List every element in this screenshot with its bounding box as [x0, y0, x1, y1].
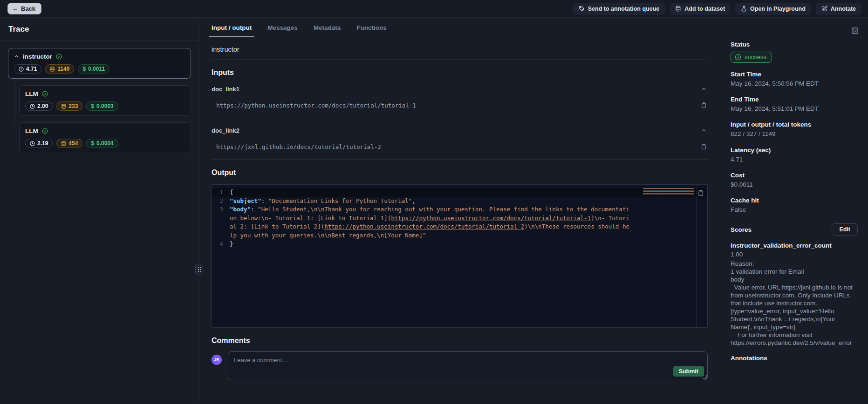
cost-badge: $ 0.0011	[78, 64, 109, 74]
collapse-input-button[interactable]	[700, 85, 708, 93]
input-value: https://python.useinstructor.com/docs/tu…	[212, 102, 416, 109]
tokens-group: Input / output / total tokens 822 / 327 …	[731, 121, 858, 138]
tab-input-output[interactable]: Input / output	[212, 24, 252, 37]
cost-value: $0.0011	[731, 181, 858, 189]
code-lines: 1{2"subject": "Documentation Links for P…	[212, 188, 707, 249]
avatar: JB	[212, 355, 222, 365]
trace-item-label: instructor	[23, 53, 52, 60]
dollar-icon: $	[91, 103, 94, 109]
annotations-group: Annotations	[731, 355, 858, 362]
open-in-playground-button[interactable]: Open in Playground	[735, 3, 811, 15]
run-details-panel: Status success Start Time May 16, 2024, …	[720, 18, 868, 404]
edit-icon	[821, 6, 827, 12]
tag-icon	[579, 6, 585, 12]
success-check-icon	[735, 54, 741, 61]
trace-item-instructor[interactable]: instructor 4.71 1149 $ 0.0011	[8, 48, 191, 79]
trace-item-llm-1[interactable]: LLM 2.00 233 $ 0.0003	[19, 85, 191, 116]
collapse-panel-icon[interactable]	[850, 26, 860, 35]
cost-label: Cost	[731, 172, 858, 179]
copy-icon[interactable]	[700, 142, 708, 151]
resize-grip[interactable]	[703, 375, 707, 379]
input-name: doc_link1	[212, 86, 239, 93]
success-check-icon	[42, 128, 48, 134]
status-badge: success	[731, 52, 772, 63]
annotate-label: Annotate	[831, 6, 856, 12]
send-to-annotation-queue-label: Send to annotation queue	[588, 6, 659, 12]
back-button[interactable]: ← Back	[7, 3, 41, 14]
output-heading: Output	[212, 168, 708, 177]
end-time-value: May 16, 2024, 5:51:01 PM EDT	[731, 105, 858, 113]
minimap-divider	[697, 185, 697, 327]
latency-group: Latency (sec) 4.71	[731, 147, 858, 164]
submit-comment-button[interactable]: Submit	[673, 366, 704, 377]
tab-functions[interactable]: Functions	[356, 24, 387, 37]
tokens-badge: 233	[56, 101, 82, 111]
send-to-annotation-queue-button[interactable]: Send to annotation queue	[573, 3, 665, 15]
dollar-icon: $	[91, 140, 94, 147]
input-value: https://jxnl.github.io/docs/tutorial/tut…	[212, 143, 381, 150]
input-row-doc-link2: doc_link2 https://jxnl.github.io/docs/tu…	[212, 127, 708, 160]
chevron-up-icon	[701, 86, 707, 92]
latency-label: Latency (sec)	[731, 147, 858, 154]
arrow-left-icon: ←	[12, 5, 18, 12]
success-check-icon	[42, 91, 48, 97]
tokens-db-icon	[61, 141, 66, 146]
tokens-db-icon	[50, 67, 55, 72]
scores-label: Scores	[731, 226, 752, 233]
cost-badge: $ 0.0004	[86, 139, 118, 148]
database-icon	[675, 6, 681, 12]
top-bar: ← Back Send to annotation queue Add to d…	[0, 0, 868, 18]
clock-icon	[30, 104, 35, 109]
annotate-button[interactable]: Annotate	[816, 3, 861, 15]
comment-input[interactable]	[228, 352, 707, 380]
success-check-icon	[56, 54, 62, 60]
comment-box: Submit	[228, 351, 708, 380]
trace-panel-title: Trace	[0, 18, 199, 40]
start-time-group: Start Time May 16, 2024, 5:50:56 PM EDT	[731, 71, 858, 88]
copy-icon[interactable]	[700, 101, 708, 109]
flask-icon	[741, 6, 747, 12]
tab-metadata[interactable]: Metadata	[314, 24, 341, 37]
clock-icon	[30, 141, 35, 146]
main-panel: Input / output Messages Metadata Functio…	[199, 18, 720, 404]
status-label: Status	[731, 41, 858, 48]
latency-badge: 4.71	[14, 64, 41, 74]
line-number: 2	[212, 197, 230, 206]
start-time-label: Start Time	[731, 71, 858, 78]
code-line: 3"body": "Hello Student,\n\nThank you fo…	[212, 205, 707, 240]
grip-icon	[198, 267, 201, 272]
cost-group: Cost $0.0011	[731, 172, 858, 189]
trace-item-llm-2[interactable]: LLM 2.19 454 $ 0.0004	[19, 122, 191, 153]
add-to-dataset-button[interactable]: Add to dataset	[670, 3, 731, 15]
start-time-value: May 16, 2024, 5:50:56 PM EDT	[731, 80, 858, 88]
copy-output-icon[interactable]	[697, 189, 705, 197]
trace-children: LLM 2.00 233 $ 0.0003	[19, 85, 191, 153]
trace-tree: instructor 4.71 1149 $ 0.0011	[0, 40, 199, 167]
tokens-db-icon	[61, 104, 66, 109]
cache-hit-value: False	[731, 206, 858, 214]
trace-item-label: LLM	[25, 128, 38, 135]
panel-resize-handle[interactable]	[195, 264, 203, 275]
score-value: 1.00	[731, 250, 858, 258]
back-label: Back	[21, 5, 35, 12]
chevron-up-icon[interactable]	[14, 54, 19, 59]
inputs-heading: Inputs	[212, 68, 708, 77]
add-to-dataset-label: Add to dataset	[684, 6, 725, 12]
edit-scores-button[interactable]: Edit	[832, 223, 858, 236]
annotations-label: Annotations	[731, 355, 858, 362]
topbar-actions: Send to annotation queue Add to dataset …	[573, 3, 861, 15]
latency-badge: 2.00	[25, 101, 53, 111]
editor-minimap[interactable]	[643, 188, 694, 195]
cache-hit-label: Cache hit	[731, 197, 858, 204]
dollar-icon: $	[82, 66, 86, 72]
collapse-input-button[interactable]	[700, 127, 708, 135]
input-name: doc_link2	[212, 127, 239, 134]
comment-area: JB Submit	[212, 351, 708, 380]
clock-icon	[19, 67, 24, 72]
trace-sidebar: Trace instructor 4.71 1149 $	[0, 18, 199, 404]
comments-heading: Comments	[212, 337, 708, 345]
tab-messages[interactable]: Messages	[267, 24, 298, 37]
code-text: {	[230, 188, 233, 197]
output-code-editor[interactable]: 1{2"subject": "Documentation Links for P…	[212, 184, 708, 328]
code-line: 2"subject": "Documentation Links for Pyt…	[212, 197, 707, 206]
